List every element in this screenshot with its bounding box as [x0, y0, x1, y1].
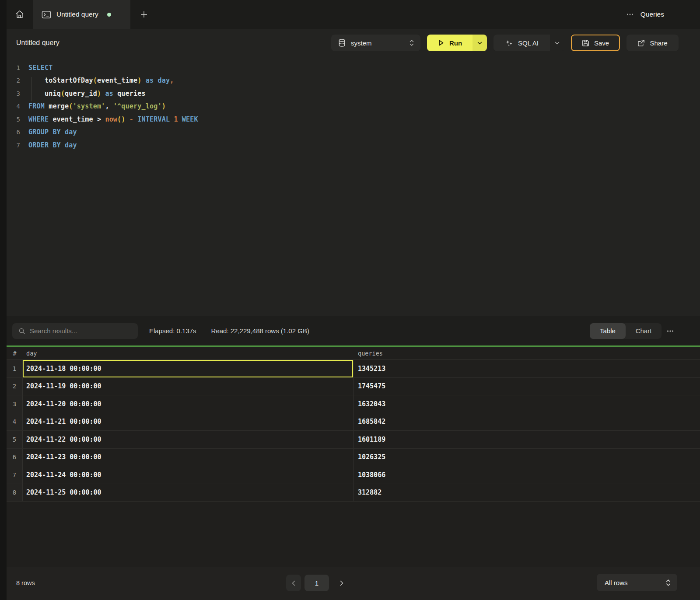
cell-queries[interactable]: 1685842 — [354, 413, 700, 431]
search-icon — [18, 328, 25, 335]
cell-day[interactable]: 2024-11-20 00:00:00 — [23, 395, 354, 413]
cell-day[interactable]: 2024-11-23 00:00:00 — [23, 449, 354, 466]
queries-menu[interactable]: Queries — [626, 0, 700, 29]
home-icon — [15, 10, 24, 19]
play-icon — [438, 39, 444, 46]
cell-queries[interactable]: 1026325 — [354, 449, 700, 466]
sqlai-button-group: SQL AI — [494, 35, 564, 51]
unsaved-indicator-dot — [107, 13, 111, 17]
updown-chevron-icon — [665, 579, 671, 587]
cell-queries[interactable]: 312882 — [354, 484, 700, 502]
chevron-down-icon — [555, 42, 560, 45]
results-toolbar: Elapsed: 0.137s Read: 22,229,488 rows (1… — [7, 316, 700, 345]
plus-icon — [140, 10, 148, 19]
line-number: 7 — [7, 142, 20, 149]
sqlai-label: SQL AI — [518, 39, 539, 47]
share-icon — [637, 39, 645, 47]
code-line[interactable]: 5WHERE event_time > now() - INTERVAL 1 W… — [7, 113, 700, 126]
new-tab-button[interactable] — [130, 0, 158, 29]
topbar-spacer — [158, 0, 626, 29]
results-options-button[interactable] — [662, 323, 679, 339]
search-results-input[interactable] — [30, 327, 133, 335]
cell-day[interactable]: 2024-11-18 00:00:00 — [23, 360, 354, 377]
sql-editor[interactable]: 1SELECT2 toStartOfDay(event_time) as day… — [7, 57, 700, 316]
line-number: 3 — [7, 90, 20, 97]
code-text: WHERE event_time > now() - INTERVAL 1 WE… — [28, 115, 198, 123]
run-options-button[interactable] — [472, 35, 487, 51]
page-number-button[interactable]: 1 — [304, 575, 329, 591]
table-row: 72024-11-24 00:00:001038066 — [7, 466, 700, 484]
table-row: 22024-11-19 00:00:001745475 — [7, 378, 700, 396]
cell-day[interactable]: 2024-11-24 00:00:00 — [23, 466, 354, 484]
row-count-label: 8 rows — [16, 579, 35, 586]
sparkles-icon — [505, 39, 513, 47]
line-number: 6 — [7, 129, 20, 136]
row-number: 8 — [7, 484, 23, 502]
run-label: Run — [449, 39, 462, 47]
row-number: 3 — [7, 395, 23, 413]
next-page-button[interactable] — [334, 575, 349, 591]
share-label: Share — [650, 39, 667, 47]
code-text: GROUP BY day — [28, 128, 77, 136]
cell-queries[interactable]: 1345213 — [354, 360, 700, 377]
cell-queries[interactable]: 1745475 — [354, 378, 700, 395]
row-number: 1 — [7, 360, 23, 377]
row-number: 7 — [7, 466, 23, 484]
search-results-box[interactable] — [12, 323, 138, 339]
row-number: 4 — [7, 413, 23, 431]
line-number: 1 — [7, 64, 20, 71]
cell-queries[interactable]: 1038066 — [354, 466, 700, 484]
code-line[interactable]: 2 toStartOfDay(event_time) as day, — [7, 74, 700, 87]
page-size-select[interactable]: All rows — [597, 574, 677, 591]
sqlai-options-button[interactable] — [550, 35, 564, 51]
elapsed-stat: Elapsed: 0.137s — [149, 327, 196, 335]
terminal-icon — [42, 10, 51, 19]
cell-day[interactable]: 2024-11-25 00:00:00 — [23, 484, 354, 502]
tab-chart[interactable]: Chart — [626, 323, 662, 339]
code-line[interactable]: 4FROM merge('system', '^query_log') — [7, 100, 700, 113]
query-title: Untitled query — [16, 39, 60, 47]
save-button[interactable]: Save — [571, 35, 620, 51]
line-number: 2 — [7, 77, 20, 84]
page-size-value: All rows — [605, 579, 628, 586]
table-row: 62024-11-23 00:00:001026325 — [7, 449, 700, 467]
row-number: 6 — [7, 449, 23, 466]
tab-label: Untitled query — [56, 10, 98, 18]
view-toggle: Table Chart — [590, 323, 662, 339]
table-row: 52024-11-22 00:00:001601189 — [7, 431, 700, 449]
code-line[interactable]: 6GROUP BY day — [7, 126, 700, 139]
database-select[interactable]: system — [331, 35, 420, 51]
results-table-body: 12024-11-18 00:00:00134521322024-11-19 0… — [7, 360, 700, 502]
query-toolbar: Untitled query system Run — [7, 29, 700, 57]
column-header-queries[interactable]: queries — [354, 350, 700, 357]
results-footer: 8 rows 1 All rows — [7, 567, 700, 600]
code-lines: 1SELECT2 toStartOfDay(event_time) as day… — [7, 61, 700, 152]
sqlai-button[interactable]: SQL AI — [494, 35, 550, 51]
previous-page-button[interactable] — [286, 575, 301, 591]
code-line[interactable]: 1SELECT — [7, 61, 700, 74]
column-header-index[interactable]: # — [7, 350, 23, 357]
tab-untitled-query[interactable]: Untitled query — [33, 0, 130, 29]
code-line[interactable]: 3 uniq(query_id) as queries — [7, 87, 700, 100]
save-icon — [582, 39, 589, 47]
cell-queries[interactable]: 1601189 — [354, 431, 700, 448]
updown-chevron-icon — [409, 39, 414, 47]
chevron-down-icon — [477, 42, 482, 45]
run-button[interactable]: Run — [427, 35, 472, 51]
database-select-value: system — [351, 39, 372, 47]
table-row: 12024-11-18 00:00:001345213 — [7, 360, 700, 378]
cell-day[interactable]: 2024-11-22 00:00:00 — [23, 431, 354, 448]
code-line[interactable]: 7ORDER BY day — [7, 139, 700, 152]
cell-day[interactable]: 2024-11-21 00:00:00 — [23, 413, 354, 431]
tab-table[interactable]: Table — [590, 323, 626, 339]
cell-queries[interactable]: 1632043 — [354, 395, 700, 413]
chevron-left-icon — [292, 580, 295, 586]
results-table: # day queries 12024-11-18 00:00:00134521… — [7, 347, 700, 567]
table-row: 82024-11-25 00:00:00312882 — [7, 484, 700, 502]
share-button[interactable]: Share — [626, 35, 679, 51]
column-header-day[interactable]: day — [23, 350, 354, 357]
row-number: 5 — [7, 431, 23, 448]
read-stat: Read: 22,229,488 rows (1.02 GB) — [211, 327, 309, 335]
home-button[interactable] — [7, 0, 33, 29]
cell-day[interactable]: 2024-11-19 00:00:00 — [23, 378, 354, 395]
